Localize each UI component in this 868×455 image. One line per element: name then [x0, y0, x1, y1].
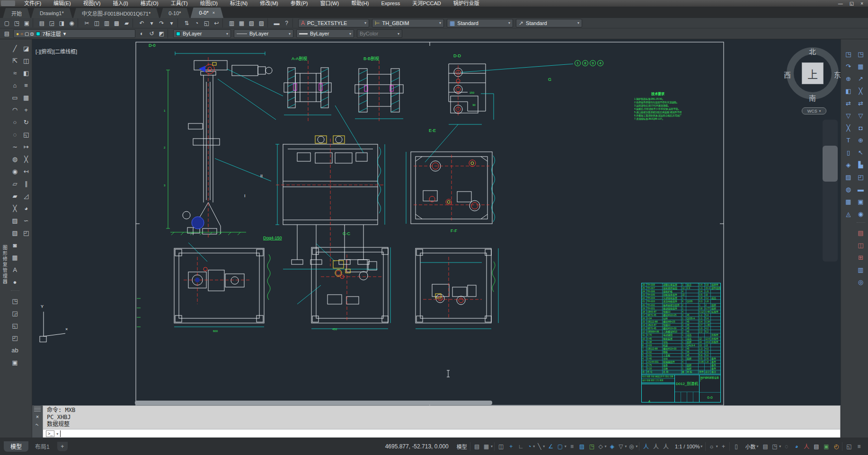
region-tool-icon[interactable]: ◙	[10, 240, 20, 250]
graphics-ruler-icon[interactable]: ▯	[732, 441, 742, 452]
file-tab[interactable]: Drawing1*	[31, 8, 72, 18]
menu-item[interactable]: 锅炉行业版	[447, 0, 486, 6]
properties-icon[interactable]: ▥	[227, 18, 237, 27]
sheet-set-manager-icon[interactable]: ▨	[257, 18, 266, 27]
send-under-tool-icon[interactable]: ◰	[10, 332, 20, 343]
dim-baseline-icon[interactable]: ◧	[843, 86, 854, 96]
datum-tool-icon[interactable]: ▽	[856, 110, 866, 121]
layer-on-icon[interactable]: ●	[16, 31, 19, 36]
menu-item[interactable]: 格式(O)	[134, 0, 165, 6]
part-tool-icon[interactable]: ◫	[856, 240, 866, 250]
dim-edit-icon[interactable]: ▯	[843, 147, 854, 158]
array-tool-icon[interactable]: ▦	[21, 92, 31, 103]
swap-tool-icon[interactable]: ⇄	[856, 98, 866, 108]
copy-icon[interactable]: ◫	[92, 18, 102, 27]
menu-item[interactable]: 标注(N)	[224, 0, 254, 6]
restore-button[interactable]: ◱	[850, 1, 854, 6]
menu-item[interactable]: 窗口(W)	[314, 0, 345, 6]
point-style-tool-icon[interactable]: ●	[10, 277, 20, 287]
pan-icon[interactable]: ⇅	[182, 18, 192, 27]
sheet-tool-icon[interactable]: ▥	[856, 264, 866, 275]
annotation-settings-icon[interactable]: ☼▾	[708, 441, 719, 452]
stretch-tool-icon[interactable]: ↦	[21, 141, 31, 152]
ortho-mode-icon[interactable]: ∟	[517, 441, 526, 452]
annotation-scale-list-icon[interactable]: 人	[662, 441, 671, 452]
compass-north[interactable]: 北	[809, 46, 816, 56]
trim-tool-icon[interactable]: ╳	[21, 154, 31, 164]
table-style-combo[interactable]: ▦ Standard ▾	[447, 19, 513, 27]
chamfer-tool-icon[interactable]: ◿	[21, 191, 31, 201]
hardware-acceleration-icon[interactable]: ◕	[792, 441, 802, 452]
menu-item[interactable]: 参数(P)	[284, 0, 314, 6]
offset-tool-icon[interactable]: ≡	[21, 80, 31, 90]
grid-tool-icon[interactable]: ⊞	[856, 252, 866, 262]
ellipse-arc-tool-icon[interactable]: ◉	[10, 166, 20, 176]
balloon-tool-icon[interactable]: ◘	[856, 122, 866, 133]
paste-special-icon[interactable]: ▩	[112, 18, 122, 27]
insert-block-tool-icon[interactable]: ▱	[10, 178, 20, 189]
file-tab[interactable]: 中文总图-F001BHD001Q671*	[73, 8, 159, 18]
dim-table-icon[interactable]: ▦	[843, 196, 854, 207]
vertical-scrollbar-track[interactable]	[823, 120, 838, 262]
target-tool-icon[interactable]: ◉	[856, 209, 866, 219]
menu-item[interactable]: 编辑(E)	[47, 0, 77, 6]
minimize-button[interactable]: —	[838, 1, 843, 6]
table-tool-icon[interactable]: ▦	[10, 252, 20, 262]
layer-thaw-icon[interactable]: ○	[20, 31, 23, 36]
lineweight-icon[interactable]: ≡	[568, 441, 577, 452]
file-tab[interactable]: 开始	[3, 8, 30, 18]
open-file-icon[interactable]: ◳	[12, 18, 22, 27]
clean-screen-icon[interactable]: ▣	[822, 441, 832, 452]
dim-break-icon[interactable]: ╳	[843, 122, 854, 133]
tolerance-icon[interactable]: ▽	[843, 110, 854, 121]
undo-list-icon[interactable]: ▾	[147, 18, 157, 27]
dim-arc-icon[interactable]: ↷	[843, 61, 854, 71]
dim-style-combo[interactable]: ⊢ TH_GBDIM ▾	[372, 19, 444, 27]
fillet-tool-icon[interactable]: ◕	[21, 203, 31, 213]
plot-preview-icon[interactable]: ◲	[47, 18, 57, 27]
linetype-combo[interactable]: ByLayer ▾	[234, 29, 293, 38]
menu-item[interactable]: 帮助(H)	[345, 0, 375, 6]
make-object-layer-current-icon[interactable]: ◐	[137, 29, 147, 38]
transparency-icon[interactable]: ▨	[578, 441, 587, 452]
new-file-icon[interactable]: ▢	[2, 18, 12, 27]
compass-top-face[interactable]: 上	[802, 62, 824, 84]
scale-tool-icon[interactable]: ◱	[21, 129, 31, 140]
close-button[interactable]: ×	[860, 1, 863, 6]
xline-tool-icon[interactable]: ⇱	[10, 55, 20, 66]
command-panel-grip[interactable]: × ⌐	[32, 405, 43, 438]
bring-above-tool-icon[interactable]: ◱	[10, 320, 20, 331]
plot-status-icon[interactable]: ▤	[812, 441, 822, 452]
text-style-tool-icon[interactable]: T	[843, 135, 854, 145]
dynamic-ucs-icon[interactable]: ◈	[608, 441, 617, 452]
save-icon[interactable]: ▣	[22, 18, 32, 27]
layer-lock-icon[interactable]: ◘	[31, 31, 34, 36]
object-snap-icon[interactable]: ▢▾	[557, 441, 567, 452]
polar-tracking-icon[interactable]: ◔▾	[527, 441, 536, 452]
ellipse-tool-icon[interactable]: ◍	[10, 154, 20, 164]
command-input[interactable]	[62, 429, 840, 438]
mark-table-icon[interactable]: ▦	[856, 61, 866, 71]
rev-tool-icon[interactable]: ◎	[856, 277, 866, 287]
frame-tool-icon[interactable]: ◰	[856, 172, 866, 182]
dim-continue-icon[interactable]: ⇄	[843, 98, 854, 108]
arc-tool-icon[interactable]: ◠	[10, 105, 20, 115]
vertical-scrollbar-thumb[interactable]	[823, 146, 838, 182]
match-properties-icon[interactable]: ▰	[122, 18, 132, 27]
isolate-objects-icon[interactable]: ◌	[782, 441, 792, 452]
stamp-tool-icon[interactable]: ▣	[856, 196, 866, 207]
line-tool-icon[interactable]: ╱	[10, 43, 20, 53]
dim-jogged-icon[interactable]: ◬	[843, 209, 854, 219]
lineweight-combo[interactable]: ByLayer ▾	[296, 29, 354, 38]
menu-item[interactable]: 绘图(D)	[194, 0, 224, 6]
add-layout-button[interactable]: +	[57, 442, 68, 451]
plot-icon[interactable]: ▤	[37, 18, 47, 27]
help-icon[interactable]: ?	[282, 18, 292, 27]
snap-mode-icon[interactable]: ▤	[473, 441, 482, 452]
units[interactable]: 小数▾	[742, 441, 761, 452]
command-close-icon[interactable]: ×	[36, 414, 39, 420]
annotation-visibility-icon[interactable]: 人	[642, 441, 651, 452]
command-customize-icon[interactable]: ⌐	[34, 421, 40, 428]
isometric-drafting-icon[interactable]: ╲▾	[537, 441, 546, 452]
3d-object-snap-icon[interactable]: ◇▾	[598, 441, 608, 452]
